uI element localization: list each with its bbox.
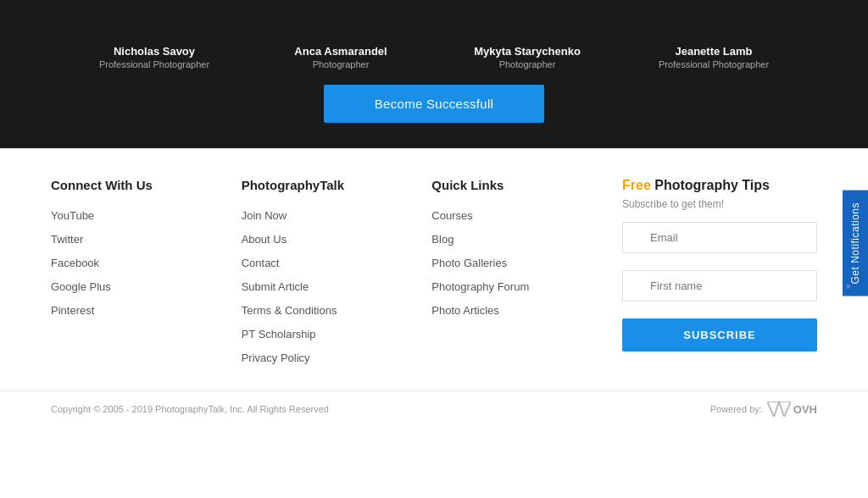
phototalk-title: PhotographyTalk bbox=[242, 178, 432, 192]
photographer-name: Mykyta Starychenko bbox=[434, 45, 620, 58]
newsletter-subtitle: Subscribe to get them! bbox=[622, 198, 817, 210]
subscribe-button[interactable]: SUBSCRIBE bbox=[622, 318, 817, 351]
list-item[interactable]: Contact bbox=[242, 255, 432, 270]
quick-links-col: Quick Links CoursesBlogPhoto GalleriesPh… bbox=[431, 178, 622, 374]
email-input[interactable] bbox=[622, 222, 817, 253]
photography-talk-col: PhotographyTalk Join NowAbout UsContactS… bbox=[242, 178, 432, 374]
quicklinks-links-list: CoursesBlogPhoto GalleriesPhotography Fo… bbox=[431, 208, 622, 318]
phototalk-link[interactable]: About Us bbox=[242, 233, 287, 246]
connect-link[interactable]: YouTube bbox=[51, 209, 94, 222]
photographer-item: Mykyta StarychenkoPhotographer bbox=[434, 45, 620, 69]
list-item[interactable]: Courses bbox=[431, 208, 622, 223]
powered-by: Powered by: OVH bbox=[710, 401, 817, 417]
free-label: Free bbox=[622, 178, 651, 192]
photographer-name: Anca Asmarandel bbox=[248, 45, 434, 58]
bottom-bar: Copyright © 2005 - 2019 PhotographyTalk,… bbox=[0, 390, 868, 427]
ovh-brand: OVH bbox=[793, 403, 817, 416]
list-item[interactable]: YouTube bbox=[51, 208, 242, 223]
list-item[interactable]: Terms & Conditions bbox=[242, 302, 432, 318]
photographers-row: Nicholas SavoyProfessional PhotographerA… bbox=[0, 45, 868, 69]
list-item[interactable]: Blog bbox=[431, 231, 622, 246]
notification-label: Get Notifications bbox=[849, 202, 861, 285]
photographer-item: Nicholas SavoyProfessional Photographer bbox=[61, 45, 248, 69]
newsletter-title: Free Photography Tips bbox=[622, 178, 817, 193]
phototalk-link[interactable]: Terms & Conditions bbox=[242, 304, 337, 317]
firstname-wrapper: 👤 bbox=[622, 270, 817, 310]
quicklinks-title: Quick Links bbox=[431, 178, 622, 192]
connect-link[interactable]: Google Plus bbox=[51, 280, 111, 293]
powered-label: Powered by: bbox=[710, 404, 762, 414]
svg-marker-0 bbox=[767, 401, 791, 417]
phototalk-link[interactable]: Join Now bbox=[242, 209, 287, 222]
quicklink[interactable]: Photo Galleries bbox=[431, 257, 507, 269]
quicklink[interactable]: Photography Forum bbox=[431, 280, 529, 293]
quicklink[interactable]: Photo Articles bbox=[431, 304, 499, 317]
phototalk-link[interactable]: Privacy Policy bbox=[242, 351, 310, 364]
photographer-name: Jeanette Lamb bbox=[620, 45, 807, 58]
phototalk-link[interactable]: Submit Article bbox=[242, 280, 309, 293]
connect-link[interactable]: Pinterest bbox=[51, 304, 94, 317]
list-item[interactable]: Submit Article bbox=[242, 279, 432, 294]
photographer-item: Anca AsmarandelPhotographer bbox=[248, 45, 434, 69]
connect-links-list: YouTubeTwitterFacebookGoogle PlusPintere… bbox=[51, 208, 242, 318]
footer-section: Connect With Us YouTubeTwitterFacebookGo… bbox=[0, 148, 868, 390]
photographer-role: Professional Photographer bbox=[61, 59, 248, 69]
tips-label: Photography Tips bbox=[651, 178, 770, 192]
list-item[interactable]: About Us bbox=[242, 231, 432, 246]
connect-link[interactable]: Facebook bbox=[51, 257, 99, 269]
connect-title: Connect With Us bbox=[51, 178, 242, 192]
phototalk-link[interactable]: Contact bbox=[242, 257, 280, 269]
list-item[interactable]: Photo Galleries bbox=[431, 255, 622, 270]
newsletter-col: Free Photography Tips Subscribe to get t… bbox=[622, 178, 817, 374]
phototalk-links-list: Join NowAbout UsContactSubmit ArticleTer… bbox=[242, 208, 432, 365]
ovh-icon bbox=[767, 401, 791, 417]
list-item[interactable]: Facebook bbox=[51, 255, 242, 270]
quicklink[interactable]: Blog bbox=[431, 233, 453, 246]
become-successful-button[interactable]: Become Successfull bbox=[324, 85, 544, 123]
photographer-item: Jeanette LambProfessional Photographer bbox=[620, 45, 807, 69]
photographer-role: Photographer bbox=[434, 59, 620, 69]
list-item[interactable]: Twitter bbox=[51, 231, 242, 246]
list-item[interactable]: Privacy Policy bbox=[242, 350, 432, 365]
list-item[interactable]: PT Scholarship bbox=[242, 326, 432, 341]
ovh-logo: OVH bbox=[767, 401, 817, 417]
top-section: Nicholas SavoyProfessional PhotographerA… bbox=[0, 0, 868, 148]
copyright-text: Copyright © 2005 - 2019 PhotographyTalk,… bbox=[51, 404, 329, 414]
list-item[interactable]: Pinterest bbox=[51, 302, 242, 318]
side-notification-panel[interactable]: × Get Notifications bbox=[843, 191, 868, 296]
photographer-name: Nicholas Savoy bbox=[61, 45, 248, 58]
connect-link[interactable]: Twitter bbox=[51, 233, 83, 246]
close-notification-icon[interactable]: × bbox=[846, 282, 851, 291]
firstname-input[interactable] bbox=[622, 270, 817, 302]
list-item[interactable]: Google Plus bbox=[51, 279, 242, 294]
phototalk-link[interactable]: PT Scholarship bbox=[242, 328, 316, 340]
photographer-role: Photographer bbox=[248, 59, 434, 69]
photographer-role: Professional Photographer bbox=[620, 59, 807, 69]
email-wrapper: ✉ bbox=[622, 222, 817, 262]
quicklink[interactable]: Courses bbox=[431, 209, 472, 222]
list-item[interactable]: Join Now bbox=[242, 208, 432, 223]
list-item[interactable]: Photography Forum bbox=[431, 279, 622, 294]
list-item[interactable]: Photo Articles bbox=[431, 302, 622, 318]
connect-with-us-col: Connect With Us YouTubeTwitterFacebookGo… bbox=[51, 178, 242, 374]
